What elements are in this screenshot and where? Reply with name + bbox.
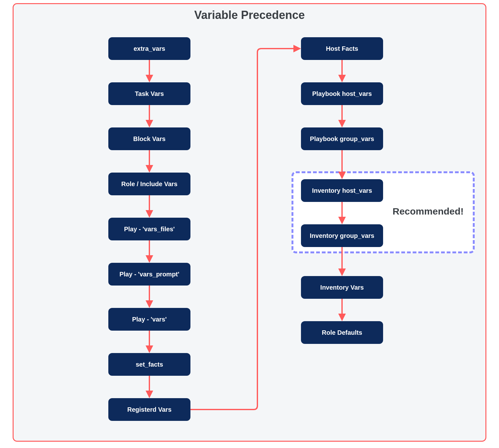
recommended-label: Recommended!	[393, 206, 464, 217]
node-inventory-vars: Inventory Vars	[301, 276, 383, 299]
node-block-vars: Block Vars	[108, 127, 190, 150]
node-set-facts: set_facts	[108, 353, 190, 376]
node-play-vars-files: Play - 'vars_files'	[108, 218, 190, 240]
node-extra-vars: extra_vars	[108, 37, 190, 60]
node-play-vars-prompt: Play - 'vars_prompt'	[108, 263, 190, 286]
node-role-defaults: Role Defaults	[301, 321, 383, 344]
node-inventory-group-vars: Inventory group_vars	[301, 224, 383, 247]
node-playbook-host-vars: Playbook host_vars	[301, 82, 383, 105]
node-host-facts: Host Facts	[301, 37, 383, 60]
node-registered-vars: Registerd Vars	[108, 398, 190, 421]
node-playbook-group-vars: Playbook group_vars	[301, 127, 383, 150]
node-inventory-host-vars: Inventory host_vars	[301, 179, 383, 202]
node-role-include-vars: Role / Include Vars	[108, 173, 190, 195]
diagram-container: Variable Precedence Recommended! extra_v…	[13, 3, 486, 442]
node-task-vars: Task Vars	[108, 82, 190, 105]
diagram-title: Variable Precedence	[14, 9, 485, 22]
node-play-vars: Play - 'vars'	[108, 308, 190, 331]
